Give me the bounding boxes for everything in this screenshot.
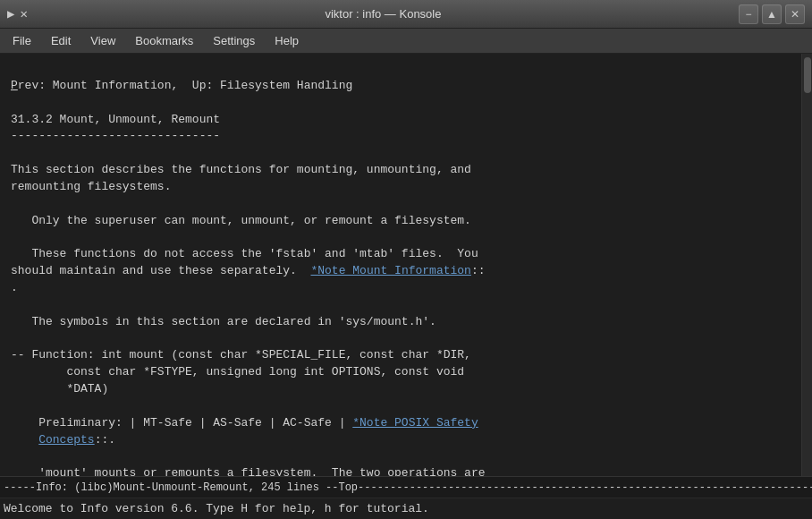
terminal-content[interactable]: Prev: Mount Information, Up: Filesystem … — [0, 54, 801, 476]
scrollbar[interactable] — [801, 54, 812, 476]
note-posix-safety-link[interactable]: *Note POSIX Safety — [352, 416, 478, 430]
prev-line: Prev: Mount Information, Up: Filesystem … — [11, 79, 486, 476]
status-bar: -----Info: (libc)Mount-Unmount-Remount, … — [0, 476, 812, 498]
title-bar: ▶ ✕ viktor : info — Konsole − ▲ ✕ — [0, 0, 812, 29]
content-wrapper: Prev: Mount Information, Up: Filesystem … — [0, 54, 812, 476]
menu-help[interactable]: Help — [266, 31, 308, 50]
close-small-icon: ✕ — [20, 6, 27, 21]
terminal-icon: ▶ — [7, 6, 14, 21]
minimize-button[interactable]: − — [739, 4, 758, 24]
status-text: -----Info: (libc)Mount-Unmount-Remount, … — [4, 481, 812, 494]
bottom-bar: Welcome to Info version 6.6. Type H for … — [0, 498, 812, 519]
title-bar-left: ▶ ✕ — [7, 6, 28, 21]
menu-file[interactable]: File — [4, 31, 40, 50]
scrollbar-thumb[interactable] — [804, 57, 811, 93]
menu-settings[interactable]: Settings — [204, 31, 264, 50]
close-button[interactable]: ✕ — [785, 4, 805, 24]
maximize-button[interactable]: ▲ — [762, 4, 782, 24]
window-controls: − ▲ ✕ — [739, 4, 805, 24]
menu-edit[interactable]: Edit — [42, 31, 80, 50]
menu-view[interactable]: View — [81, 31, 124, 50]
welcome-text: Welcome to Info version 6.6. Type H for … — [4, 502, 429, 515]
note-mount-information-link[interactable]: *Note Mount Information — [310, 264, 470, 277]
menu-bar: File Edit View Bookmarks Settings Help — [0, 29, 812, 54]
concepts-link[interactable]: Concepts — [38, 433, 94, 447]
prev-link[interactable]: P — [11, 79, 18, 92]
window-title: viktor : info — Konsole — [325, 7, 441, 21]
menu-bookmarks[interactable]: Bookmarks — [126, 31, 202, 50]
